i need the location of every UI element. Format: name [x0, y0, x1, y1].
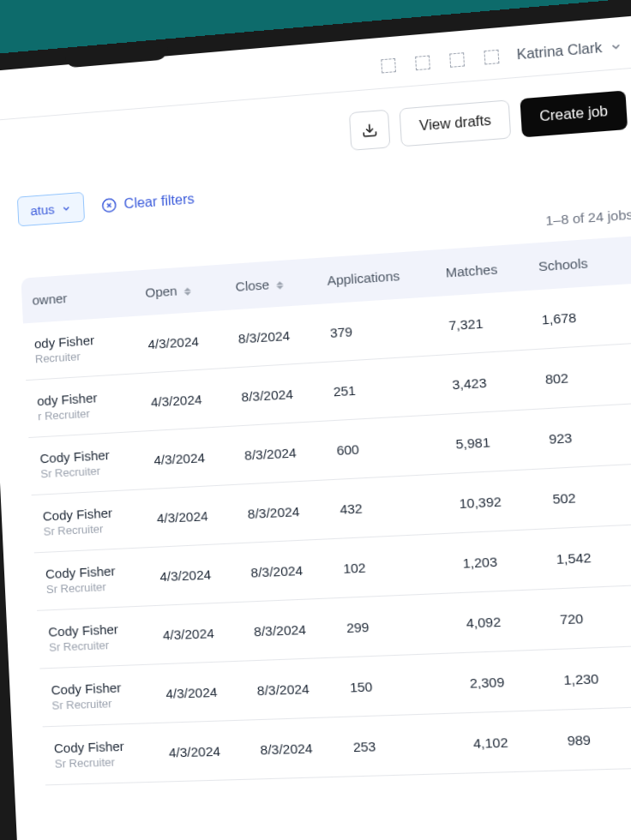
sort-icon	[276, 281, 284, 290]
col-schools: Schools	[526, 237, 618, 291]
status-filter-chip[interactable]: atus	[17, 192, 86, 226]
user-name: Katrina Clark	[516, 40, 603, 63]
cell-matches: 2,309	[457, 650, 554, 713]
chevron-down-icon	[61, 202, 72, 213]
view-drafts-button[interactable]: View drafts	[400, 99, 512, 147]
owner-role: Sr Recruiter	[43, 520, 136, 537]
screen: Katrina Clark View drafts Create job	[0, 15, 631, 840]
topbar-placeholder-icon[interactable]	[449, 52, 465, 68]
cell-schools: 1,678	[529, 285, 622, 350]
cell-owner: Cody FisherSr Recruiter	[39, 664, 156, 727]
cell-open: 4/3/2024	[141, 426, 235, 489]
cell-owner: Cody FisherSr Recruiter	[34, 548, 151, 611]
topbar-placeholder-icon[interactable]	[415, 56, 430, 71]
cell-close: 8/3/2024	[238, 539, 334, 603]
cell-applications: 299	[334, 593, 457, 657]
device-frame: Katrina Clark View drafts Create job	[0, 0, 631, 840]
clear-filters-label: Clear filters	[123, 191, 195, 212]
topbar-icons	[381, 50, 499, 74]
owner-role: Sr Recruiter	[46, 579, 140, 596]
cell-open: 4/3/2024	[147, 543, 242, 606]
col-open[interactable]: Open	[134, 264, 226, 315]
jobs-table: owner Open Close Applications Matches Sc…	[21, 235, 631, 785]
create-job-label: Create job	[539, 104, 609, 125]
cell-matches: 7,321	[436, 291, 532, 355]
col-matches: Matches	[433, 243, 528, 297]
download-icon	[362, 122, 379, 139]
cell-schools: 720	[547, 585, 631, 650]
cell-owner: Cody FisherSr Recruiter	[32, 489, 148, 553]
cell-applications: 379	[318, 297, 440, 363]
cell-owner: Cody FisherSr Recruiter	[43, 723, 160, 784]
owner-role: Sr Recruiter	[40, 463, 134, 481]
cell-matches: 1,203	[450, 529, 547, 593]
owner-name: Cody Fisher	[45, 562, 139, 581]
cell-open: 4/3/2024	[157, 720, 251, 782]
cell-open: 4/3/2024	[153, 661, 248, 723]
owner-role: Sr Recruiter	[49, 637, 142, 653]
cell-matches: 10,392	[447, 469, 544, 533]
chevron-down-icon	[609, 40, 622, 54]
sort-icon	[184, 287, 192, 296]
col-owner: owner	[21, 271, 135, 324]
close-circle-icon	[101, 196, 117, 213]
cell-open: 4/3/2024	[136, 310, 230, 374]
cell-owner: ody FisherRecruiter	[23, 316, 139, 381]
cell-close: 8/3/2024	[248, 717, 344, 779]
cell-close: 8/3/2024	[236, 480, 331, 543]
cell-applications: 102	[331, 533, 454, 598]
cell-open: 4/3/2024	[151, 602, 245, 664]
cell-owner: Cody FisherSr Recruiter	[28, 431, 145, 495]
cell-schools: 1,230	[550, 646, 631, 711]
cell-matches: 4,102	[460, 710, 558, 773]
cell-applications: 253	[340, 713, 464, 777]
owner-role: Sr Recruiter	[51, 696, 146, 712]
cell-schools: 802	[532, 344, 627, 409]
cell-applications: 150	[337, 653, 460, 717]
cell-matches: 4,092	[454, 589, 550, 652]
cell-matches: 3,423	[440, 350, 536, 415]
col-close[interactable]: Close	[224, 258, 318, 310]
col-applications: Applications	[316, 250, 436, 304]
cell-applications: 600	[324, 414, 447, 479]
col-close-label: Close	[235, 277, 269, 294]
owner-name: Cody Fisher	[48, 621, 141, 639]
create-job-button[interactable]: Create job	[520, 90, 628, 137]
cell-owner: Cody FisherSr Recruiter	[37, 606, 153, 669]
cell-close: 8/3/2024	[232, 421, 328, 484]
cell-schools: 923	[536, 404, 630, 469]
cell-open: 4/3/2024	[139, 368, 232, 431]
owner-name: Cody Fisher	[51, 679, 145, 697]
status-filter-label: atus	[30, 201, 55, 218]
user-menu[interactable]: Katrina Clark	[516, 39, 622, 63]
owner-role: Sr Recruiter	[54, 754, 148, 771]
jobs-table-container: owner Open Close Applications Matches Sc…	[0, 234, 631, 787]
owner-name: Cody Fisher	[54, 738, 148, 756]
cell-applications: 432	[328, 474, 450, 539]
cell-close: 8/3/2024	[229, 363, 324, 426]
cell-schools: 502	[539, 465, 631, 529]
topbar-placeholder-icon[interactable]	[381, 58, 396, 74]
view-drafts-label: View drafts	[419, 112, 492, 134]
cell-close: 8/3/2024	[226, 304, 321, 368]
cell-close: 8/3/2024	[242, 598, 337, 661]
cell-schools: 989	[554, 707, 631, 771]
cell-schools: 1,542	[544, 525, 631, 589]
topbar-placeholder-icon[interactable]	[484, 50, 499, 65]
cell-matches: 5,981	[443, 409, 540, 473]
col-actions	[616, 235, 631, 285]
clear-filters-button[interactable]: Clear filters	[101, 191, 195, 213]
cell-owner: ody Fisherr Recruiter	[26, 374, 141, 438]
svg-line-0	[370, 124, 370, 132]
cell-open: 4/3/2024	[145, 484, 238, 547]
download-button[interactable]	[349, 110, 391, 151]
cell-applications: 251	[321, 355, 442, 421]
cell-close: 8/3/2024	[245, 657, 341, 720]
col-open-label: Open	[145, 283, 177, 300]
